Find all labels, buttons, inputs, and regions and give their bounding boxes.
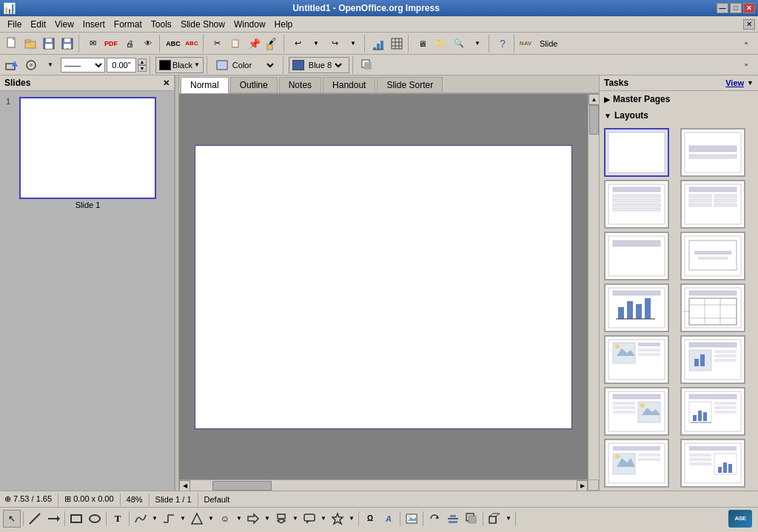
- fill-color-selector[interactable]: Blue 8 Red Green: [289, 57, 349, 73]
- curves-tool-btn[interactable]: [132, 510, 150, 528]
- hscroll-left-btn[interactable]: ◀: [179, 480, 190, 491]
- align-btn[interactable]: [444, 510, 462, 528]
- layout-title-content[interactable]: [604, 180, 669, 229]
- slide-item-1[interactable]: 1 Slide 1: [6, 97, 168, 209]
- insert-chart-btn[interactable]: [369, 35, 387, 53]
- rotate-btn[interactable]: [426, 510, 443, 528]
- layout-text-chart[interactable]: [680, 439, 745, 488]
- email-btn[interactable]: ✉: [84, 35, 101, 53]
- extrusion-dropdown-btn[interactable]: ▼: [504, 510, 513, 528]
- animation-btn[interactable]: ✨: [432, 35, 449, 53]
- print-btn[interactable]: 🖨: [121, 35, 138, 53]
- table-btn[interactable]: [388, 35, 406, 53]
- toolbar-overflow-btn[interactable]: »: [737, 35, 755, 53]
- layout-title-slide[interactable]: [680, 128, 745, 177]
- redo-btn[interactable]: ↪: [326, 35, 343, 53]
- layout-blank[interactable]: [604, 128, 669, 177]
- menu-format[interactable]: Format: [110, 16, 147, 32]
- select-tool-btn[interactable]: ↖: [3, 510, 21, 528]
- maximize-button[interactable]: □: [730, 3, 742, 13]
- basic-shapes-dropdown-btn[interactable]: ▼: [207, 510, 215, 528]
- navigator-btn[interactable]: NAV: [519, 35, 532, 53]
- block-arrows-btn[interactable]: [244, 510, 262, 528]
- line-width-up[interactable]: ▲: [138, 58, 147, 65]
- master-pages-section[interactable]: ▶ Master Pages: [600, 91, 758, 107]
- export-pdf-btn[interactable]: PDF: [102, 35, 120, 53]
- rect-tool-btn[interactable]: [67, 510, 85, 528]
- line-tool-btn[interactable]: [26, 510, 44, 528]
- layout-chart[interactable]: [604, 283, 669, 332]
- menu-help[interactable]: Help: [270, 16, 298, 32]
- spellcheck-btn[interactable]: ABC: [164, 35, 182, 53]
- layout-title-only[interactable]: [604, 232, 669, 280]
- fill-color-select[interactable]: Blue 8 Red Green: [306, 58, 344, 73]
- fontwork-btn[interactable]: A: [380, 510, 398, 528]
- flowchart-btn[interactable]: [272, 510, 290, 528]
- cut-btn[interactable]: ✂: [208, 35, 226, 53]
- text-tool-btn[interactable]: T: [109, 510, 127, 528]
- layout-chart-text[interactable]: [680, 387, 745, 436]
- tb2-btn2[interactable]: [22, 56, 40, 74]
- callout-dropdown-btn[interactable]: ▼: [319, 510, 328, 528]
- undo-btn[interactable]: ↩: [289, 35, 306, 53]
- autospell-btn[interactable]: ABC: [183, 35, 201, 53]
- zoom-btn[interactable]: 🔍: [450, 35, 468, 53]
- save-remote-btn[interactable]: +: [58, 35, 76, 53]
- hscroll-track[interactable]: [190, 480, 577, 491]
- menu-slideshow[interactable]: Slide Show: [176, 16, 229, 32]
- layout-title-img[interactable]: [604, 387, 669, 436]
- vscroll-thumb[interactable]: [589, 105, 599, 135]
- line-style-select[interactable]: —— - - - ···: [61, 58, 105, 73]
- menu-file[interactable]: File: [3, 16, 26, 32]
- vscroll-up-btn[interactable]: ▲: [588, 94, 599, 105]
- vscroll-track[interactable]: [588, 105, 599, 479]
- menu-insert[interactable]: Insert: [78, 16, 110, 32]
- hscroll-thumb[interactable]: [212, 481, 272, 491]
- special-char-btn[interactable]: Ω: [361, 510, 379, 528]
- save-btn[interactable]: [40, 35, 58, 53]
- basic-shapes-btn[interactable]: [188, 510, 206, 528]
- layout-centered-text[interactable]: [680, 232, 745, 280]
- presentation-btn[interactable]: 🖥: [413, 35, 431, 53]
- copy-btn[interactable]: 📋: [227, 35, 244, 53]
- layout-centered[interactable]: [604, 439, 669, 488]
- tasks-view-label[interactable]: View: [725, 78, 744, 87]
- menu-close-button[interactable]: ✕: [743, 19, 755, 30]
- tb2-overflow-btn[interactable]: »: [737, 56, 755, 74]
- 3d-btn[interactable]: [486, 510, 503, 528]
- layouts-section[interactable]: ▼ Layouts: [600, 107, 758, 124]
- layout-content-text[interactable]: [680, 335, 745, 384]
- menu-edit[interactable]: Edit: [26, 16, 50, 32]
- line-color-dropdown[interactable]: ▼: [194, 61, 200, 68]
- fill-type-selector[interactable]: Color None Gradient: [212, 57, 280, 73]
- connectors-tool-btn[interactable]: [160, 510, 178, 528]
- slides-panel-close[interactable]: ✕: [163, 78, 170, 88]
- zoom-dropdown-btn[interactable]: ▼: [469, 35, 486, 53]
- line-color-selector[interactable]: Black ▼: [155, 57, 204, 73]
- arrow-tool-btn[interactable]: [44, 510, 62, 528]
- hscroll-right-btn[interactable]: ▶: [577, 480, 588, 491]
- tb2-btn1[interactable]: [3, 56, 21, 74]
- ellipse-tool-btn[interactable]: [86, 510, 104, 528]
- tb2-btn3[interactable]: ▼: [41, 56, 59, 74]
- tab-normal[interactable]: Normal: [181, 77, 229, 93]
- tab-outline[interactable]: Outline: [230, 77, 278, 92]
- block-arrows-dropdown-btn[interactable]: ▼: [263, 510, 272, 528]
- curves-dropdown-btn[interactable]: ▼: [150, 510, 159, 528]
- connectors-dropdown-btn[interactable]: ▼: [178, 510, 187, 528]
- shadow-toggle-btn[interactable]: [358, 56, 376, 74]
- undo-dropdown-btn[interactable]: ▼: [307, 35, 325, 53]
- menu-view[interactable]: View: [50, 16, 78, 32]
- tab-handout[interactable]: Handout: [323, 77, 375, 92]
- symbol-shapes-dropdown-btn[interactable]: ▼: [235, 510, 244, 528]
- layout-two-content[interactable]: [680, 180, 745, 229]
- slide-canvas[interactable]: [195, 145, 572, 429]
- close-button[interactable]: ✕: [743, 3, 755, 13]
- layout-table[interactable]: [680, 283, 745, 332]
- line-width-down[interactable]: ▼: [138, 65, 147, 72]
- star-shapes-btn[interactable]: [329, 510, 346, 528]
- print-preview-btn[interactable]: 👁: [139, 35, 157, 53]
- line-width-input[interactable]: [107, 58, 136, 73]
- layout-image-title[interactable]: [604, 335, 669, 384]
- fill-type-select[interactable]: Color None Gradient: [229, 58, 276, 73]
